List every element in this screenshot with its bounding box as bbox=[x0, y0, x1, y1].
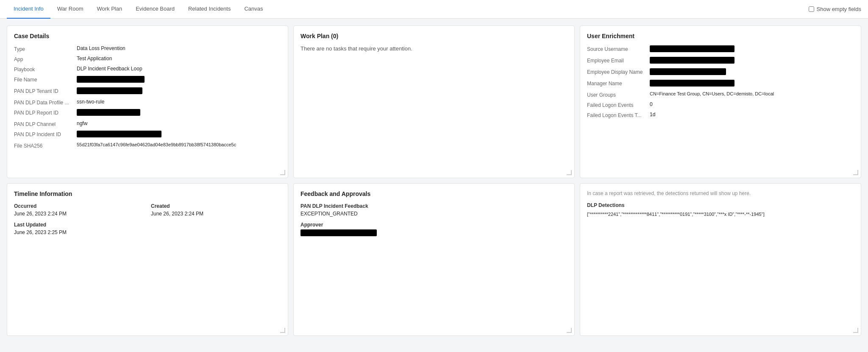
field-pan-dlp-tenant-id: PAN DLP Tenant ID bbox=[14, 87, 281, 95]
timeline-grid: Occurred June 26, 2023 2:24 PM Created J… bbox=[14, 203, 281, 222]
tab-evidence-board[interactable]: Evidence Board bbox=[129, 0, 181, 19]
show-empty-fields-toggle[interactable]: Show empty fields bbox=[809, 6, 862, 12]
redacted-file-name bbox=[77, 76, 145, 83]
field-employee-email: Employee Email bbox=[587, 57, 854, 65]
tab-war-room[interactable]: War Room bbox=[50, 0, 90, 19]
timeline-card: Timeline Information Occurred June 26, 2… bbox=[7, 183, 288, 336]
work-plan-card: Work Plan (0) There are no tasks that re… bbox=[293, 25, 575, 178]
timeline-title: Timeline Information bbox=[14, 190, 281, 197]
field-playbook: Playbook DLP Incident Feedback Loop bbox=[14, 66, 281, 73]
case-details-card: Case Details Type Data Loss Prevention A… bbox=[7, 25, 288, 178]
redacted-employee-email bbox=[650, 57, 734, 64]
timeline-created: Created June 26, 2023 2:24 PM bbox=[151, 203, 281, 222]
user-enrichment-card: User Enrichment Source Username Employee… bbox=[580, 25, 861, 178]
redacted-display-name bbox=[650, 68, 726, 75]
work-plan-title: Work Plan (0) bbox=[300, 33, 568, 39]
redacted-incident-id bbox=[77, 131, 161, 137]
field-file-name: File Name bbox=[14, 76, 281, 84]
tab-related-incidents[interactable]: Related Incidents bbox=[181, 0, 237, 19]
field-pan-dlp-report-id: PAN DLP Report ID bbox=[14, 109, 281, 117]
show-empty-fields-checkbox[interactable] bbox=[809, 6, 814, 12]
field-manager-name: Manager Name bbox=[587, 80, 854, 88]
redacted-manager-name bbox=[650, 80, 734, 87]
redacted-source-username bbox=[650, 45, 734, 52]
tab-work-plan[interactable]: Work Plan bbox=[90, 0, 129, 19]
feedback-card: Feedback and Approvals PAN DLP Incident … bbox=[293, 183, 575, 336]
timeline-occurred: Occurred June 26, 2023 2:24 PM bbox=[14, 203, 144, 222]
tab-canvas[interactable]: Canvas bbox=[237, 0, 270, 19]
timeline-last-updated: Last Updated June 26, 2023 2:25 PM bbox=[14, 222, 281, 235]
field-employee-display-name: Employee Display Name bbox=[587, 68, 854, 76]
report-card: In case a report was retrieved, the dete… bbox=[580, 183, 861, 336]
redacted-report-id bbox=[77, 109, 140, 116]
field-pan-dlp-channel: PAN DLP Channel ngfw bbox=[14, 120, 281, 127]
field-file-sha256: File SHA256 55d21f03fa7ca6147c96fe9ae046… bbox=[14, 142, 281, 149]
field-source-username: Source Username bbox=[587, 45, 854, 53]
nav-tabs: Incident Info War Room Work Plan Evidenc… bbox=[7, 0, 809, 19]
redacted-tenant-id bbox=[77, 87, 142, 94]
tab-incident-info[interactable]: Incident Info bbox=[7, 0, 50, 19]
user-enrichment-title: User Enrichment bbox=[587, 33, 854, 39]
field-user-groups: User Groups CN=Finance Test Group, CN=Us… bbox=[587, 91, 854, 98]
field-pan-dlp-incident-id: PAN DLP Incident ID bbox=[14, 131, 281, 139]
field-pan-dlp-data-profile: PAN DLP Data Profile ... ssn-two-rule bbox=[14, 99, 281, 106]
case-details-title: Case Details bbox=[14, 33, 281, 39]
field-failed-logon-events-t: Failed Logon Events T... 1d bbox=[587, 112, 854, 118]
field-type: Type Data Loss Prevention bbox=[14, 45, 281, 52]
feedback-title: Feedback and Approvals bbox=[300, 190, 568, 197]
main-content: Case Details Type Data Loss Prevention A… bbox=[0, 19, 868, 343]
field-failed-logon-events: Failed Logon Events 0 bbox=[587, 101, 854, 108]
redacted-approver bbox=[300, 229, 377, 236]
field-app: App Test Application bbox=[14, 56, 281, 62]
top-navigation: Incident Info War Room Work Plan Evidenc… bbox=[0, 0, 868, 19]
work-plan-empty-message: There are no tasks that require your att… bbox=[300, 45, 568, 52]
